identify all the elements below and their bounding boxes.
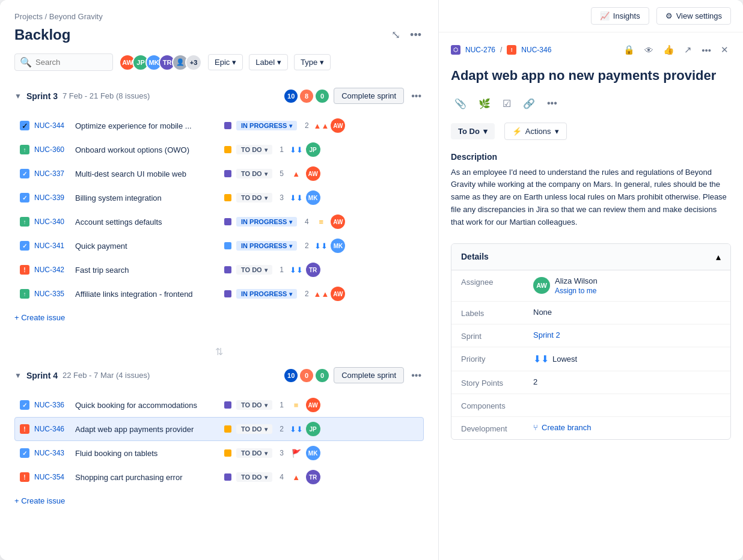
more-options-icon[interactable]: ••• xyxy=(408,26,424,44)
assignee-avatar: MK xyxy=(331,239,345,253)
label-color-icon xyxy=(224,290,231,297)
breadcrumb-project[interactable]: Beyond Gravity xyxy=(49,12,103,21)
sprint4-complete-btn[interactable]: Complete sprint xyxy=(334,367,404,383)
issue-key: NUC-336 xyxy=(34,401,70,409)
issue-type-task-icon: ✓ xyxy=(20,169,29,178)
story-points: 2 xyxy=(302,121,311,130)
insights-btn[interactable]: 📈 Insights xyxy=(591,7,649,25)
issue-key: NUC-342 xyxy=(34,266,70,274)
sprint3-complete-btn[interactable]: Complete sprint xyxy=(334,88,404,104)
sprint3-badges: 10 8 0 xyxy=(284,90,329,103)
issue-row[interactable]: ✓ NUC-336 Quick booking for accommodatio… xyxy=(14,393,424,417)
issue-row[interactable]: ✓ NUC-341 Quick payment IN PROGRESS ▾ 2 … xyxy=(14,234,424,258)
assignee-avatar: MK xyxy=(306,446,320,460)
search-input[interactable] xyxy=(35,58,108,67)
hyperlink-icon[interactable]: 🔗 xyxy=(519,94,539,113)
story-points: 2 xyxy=(302,242,311,250)
priority-lowest-icon: ⬇⬇ xyxy=(292,145,301,154)
sprint4-more-btn[interactable]: ••• xyxy=(409,368,424,383)
priority-value: ⬇⬇ Lowest xyxy=(533,353,721,365)
status-dropdown[interactable]: TO DO ▾ xyxy=(236,169,272,178)
issue-type-bug-icon: ! xyxy=(20,472,29,482)
meta-icons-row: 📎 🌿 ☑ 🔗 ••• xyxy=(451,94,731,113)
labels-label: Labels xyxy=(461,308,533,318)
status-dropdown[interactable]: TO DO ▾ xyxy=(236,448,272,458)
issue-type-story-icon: ↑ xyxy=(20,289,29,299)
issue-row[interactable]: ↑ NUC-360 Onboard workout options (OWO) … xyxy=(14,138,424,162)
sprint3-more-btn[interactable]: ••• xyxy=(409,88,424,104)
attachment-icon[interactable]: 📎 xyxy=(451,94,470,113)
share-icon[interactable]: ↗ xyxy=(682,42,694,58)
issue-row[interactable]: ! NUC-342 Fast trip search TO DO ▾ 1 ⬇⬇ … xyxy=(14,258,424,282)
status-dropdown-btn[interactable]: To Do ▾ xyxy=(451,123,495,139)
breadcrumb-projects[interactable]: Projects xyxy=(14,12,43,21)
labels-value: None xyxy=(533,308,721,317)
status-dropdown[interactable]: TO DO ▾ xyxy=(236,145,272,154)
issue-row[interactable]: ! NUC-354 Shopping cart purchasing error… xyxy=(14,465,424,489)
issue-type-task-icon: ✓ xyxy=(20,400,29,410)
issue-row-selected[interactable]: ! NUC-346 Adapt web app payments provide… xyxy=(14,417,424,441)
issue-row[interactable]: ↑ NUC-335 Affiliate links integration - … xyxy=(14,282,424,306)
label-color-icon xyxy=(224,242,231,249)
status-dropdown[interactable]: TO DO ▾ xyxy=(236,472,272,482)
issue-title: Onboard workout options (OWO) xyxy=(75,145,219,154)
priority-lowest-icon: ⬇⬇ xyxy=(292,265,301,275)
view-settings-btn[interactable]: ⚙ View settings xyxy=(656,7,731,25)
status-dropdown[interactable]: IN PROGRESS ▾ xyxy=(236,241,297,251)
link-tree-icon[interactable]: 🌿 xyxy=(475,94,494,113)
epic-label: Epic xyxy=(215,58,230,67)
status-dropdown[interactable]: TO DO ▾ xyxy=(236,193,272,202)
detail-parent-link[interactable]: NUC-276 xyxy=(465,46,495,54)
actions-dropdown-btn[interactable]: ⚡ Actions ▾ xyxy=(504,123,567,140)
issue-title: Billing system integration xyxy=(75,193,219,202)
type-filter-btn[interactable]: Type ▾ xyxy=(294,54,331,70)
sprint-value[interactable]: Sprint 2 xyxy=(533,330,721,339)
label-color-icon xyxy=(224,425,231,433)
eye-icon[interactable]: 👁 xyxy=(642,43,656,58)
detail-child-link[interactable]: NUC-346 xyxy=(521,46,551,54)
issue-row[interactable]: ✓ NUC-339 Billing system integration TO … xyxy=(14,186,424,210)
issue-row[interactable]: ✓ NUC-343 Fluid booking on tablets TO DO… xyxy=(14,441,424,465)
priority-high-icon: ▲ xyxy=(292,472,301,482)
label-filter-btn[interactable]: Label ▾ xyxy=(249,54,288,70)
sprint4-toggle[interactable]: ▼ xyxy=(14,371,22,380)
epic-filter-btn[interactable]: Epic ▾ xyxy=(208,54,243,70)
issue-title: Adapt web app payments provider xyxy=(75,425,219,434)
sprint3-create-issue[interactable]: + Create issue xyxy=(14,308,424,327)
status-label: To Do xyxy=(458,127,480,136)
label-color-icon xyxy=(224,473,231,481)
checklist-icon[interactable]: ☑ xyxy=(499,94,515,113)
label-color-icon xyxy=(224,146,231,153)
close-icon[interactable]: ✕ xyxy=(718,42,731,58)
panel-divider[interactable]: ⇅ xyxy=(14,341,424,362)
status-dropdown[interactable]: IN PROGRESS ▾ xyxy=(236,289,297,299)
sprint4-create-issue[interactable]: + Create issue xyxy=(14,492,424,510)
status-dropdown[interactable]: TO DO ▾ xyxy=(236,400,272,410)
expand-icon[interactable]: ⤡ xyxy=(389,26,403,44)
status-dropdown[interactable]: IN PROGRESS ▾ xyxy=(236,121,297,130)
create-branch-btn[interactable]: ⑂ Create branch xyxy=(533,423,591,432)
search-box[interactable]: 🔍 xyxy=(14,53,113,71)
assign-me-link[interactable]: Assign to me xyxy=(555,287,598,295)
lock-icon[interactable]: 🔒 xyxy=(621,42,637,58)
chevron-down-icon: ▾ xyxy=(320,58,324,67)
status-dropdown[interactable]: IN PROGRESS ▾ xyxy=(236,217,297,227)
issue-row[interactable]: ✓ NUC-337 Multi-dest search UI mobile we… xyxy=(14,162,424,186)
thumbsup-icon[interactable]: 👍 xyxy=(661,42,677,58)
issue-title: Shopping cart purchasing error xyxy=(75,473,219,482)
status-dropdown[interactable]: TO DO ▾ xyxy=(236,265,272,275)
more-meta-icon[interactable]: ••• xyxy=(543,94,561,113)
details-header[interactable]: Details ▴ xyxy=(451,244,730,270)
description-text: As an employee I'd need to understand th… xyxy=(451,166,731,229)
assignee-row: Assignee AW Aliza Wilson Assign to me xyxy=(451,270,730,302)
assignee-name: Aliza Wilson xyxy=(555,276,598,285)
issue-row[interactable]: ✓ NUC-344 Optimize experience for mobile… xyxy=(14,114,424,138)
sprint3-toggle[interactable]: ▼ xyxy=(14,92,22,100)
right-panel: 📈 Insights ⚙ View settings ⬡ NUC-276 / !… xyxy=(439,0,743,560)
status-dropdown[interactable]: TO DO ▾ xyxy=(236,424,272,434)
issue-key: NUC-346 xyxy=(34,425,70,433)
more-options-icon[interactable]: ••• xyxy=(699,43,714,58)
view-settings-label: View settings xyxy=(676,11,722,20)
issue-row[interactable]: ↑ NUC-340 Account settings defaults IN P… xyxy=(14,210,424,234)
priority-highest-icon: ▲▲ xyxy=(316,289,326,299)
